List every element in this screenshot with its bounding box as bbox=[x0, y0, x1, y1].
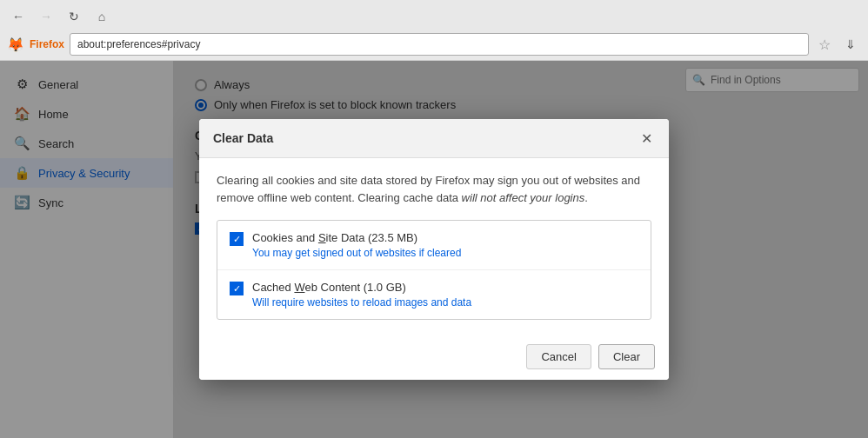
cookies-site-data-text: Cookies and Site Data (23.5 MB) You may … bbox=[252, 231, 461, 259]
modal-body: Clearing all cookies and site data store… bbox=[199, 158, 669, 334]
modal-header: Clear Data ✕ bbox=[199, 119, 669, 158]
cached-web-content-item: ✓ Cached Web Content (1.0 GB) Will requi… bbox=[217, 270, 651, 319]
modal-title: Clear Data bbox=[213, 131, 273, 145]
cached-web-content-checkbox[interactable]: ✓ bbox=[230, 282, 244, 295]
firefox-logo: 🦊 bbox=[7, 36, 24, 53]
firefox-label: Firefox bbox=[30, 38, 64, 50]
forward-button[interactable]: → bbox=[35, 5, 57, 28]
modal-description-part2: . bbox=[584, 191, 588, 204]
cookies-site-data-item: ✓ Cookies and Site Data (23.5 MB) You ma… bbox=[217, 221, 651, 270]
cached-web-content-label: Cached Web Content (1.0 GB) bbox=[252, 281, 471, 294]
cached-web-content-text: Cached Web Content (1.0 GB) Will require… bbox=[252, 281, 471, 309]
cookies-site-data-label: Cookies and Site Data (23.5 MB) bbox=[252, 231, 461, 244]
home-button[interactable]: ⌂ bbox=[90, 5, 113, 28]
address-bar-row: 🦊 Firefox about:preferences#privacy ☆ ⇓ bbox=[0, 33, 868, 61]
download-button[interactable]: ⇓ bbox=[840, 34, 861, 55]
cookies-site-data-checkbox[interactable]: ✓ bbox=[230, 232, 244, 246]
back-button[interactable]: ← bbox=[7, 5, 30, 28]
address-bar[interactable]: about:preferences#privacy bbox=[70, 33, 809, 56]
address-text: about:preferences#privacy bbox=[77, 38, 200, 50]
modal-description: Clearing all cookies and site data store… bbox=[217, 172, 651, 206]
clear-button[interactable]: Clear bbox=[598, 344, 655, 369]
clear-data-options: ✓ Cookies and Site Data (23.5 MB) You ma… bbox=[217, 220, 651, 320]
cached-web-content-sublabel: Will require websites to reload images a… bbox=[252, 296, 471, 309]
site-underline: S bbox=[318, 231, 326, 244]
clear-data-modal: Clear Data ✕ Clearing all cookies and si… bbox=[199, 119, 669, 380]
modal-overlay: Clear Data ✕ Clearing all cookies and si… bbox=[0, 61, 868, 438]
modal-footer: Cancel Clear bbox=[199, 334, 669, 380]
modal-description-bold: will not affect your logins bbox=[462, 191, 585, 204]
modal-close-button[interactable]: ✕ bbox=[638, 129, 655, 147]
reload-button[interactable]: ↻ bbox=[63, 5, 85, 28]
main-area: 🔍 ⚙ General 🏠 Home 🔍 Search 🔒 Privacy & … bbox=[0, 61, 868, 438]
bookmark-button[interactable]: ☆ bbox=[814, 34, 835, 55]
web-underline: W bbox=[294, 281, 304, 294]
cancel-button[interactable]: Cancel bbox=[526, 344, 591, 369]
browser-chrome: ← → ↻ ⌂ 🦊 Firefox about:preferences#priv… bbox=[0, 0, 868, 61]
cookies-site-data-sublabel: You may get signed out of websites if cl… bbox=[252, 247, 461, 259]
browser-toolbar: ← → ↻ ⌂ bbox=[0, 0, 868, 33]
